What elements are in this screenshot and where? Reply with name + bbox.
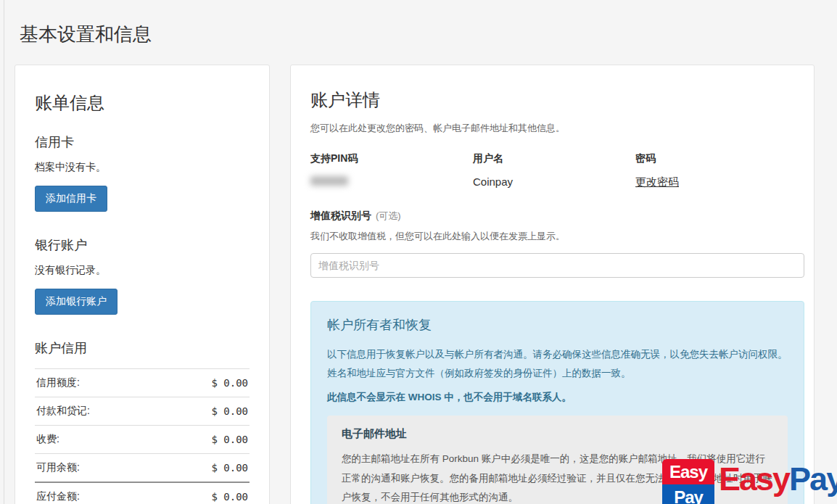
credit-row-label: 收费: <box>35 426 161 454</box>
credit-card-empty-text: 档案中没有卡。 <box>35 161 250 174</box>
add-bank-account-button[interactable]: 添加银行账户 <box>35 289 117 315</box>
credit-card-heading: 信用卡 <box>35 133 250 151</box>
bank-account-section: 银行账户 没有银行记录。 添加银行账户 <box>35 236 250 315</box>
owner-recovery-text: 以下信息用于恢复帐户以及与帐户所有者沟通。请务必确保这些信息准确无误，以免您失去… <box>327 345 788 382</box>
add-credit-card-button[interactable]: 添加信用卡 <box>35 186 107 212</box>
vat-label: 增值税识别号 <box>310 210 371 221</box>
owner-recovery-title: 帐户所有者和恢复 <box>327 316 788 334</box>
vat-description: 我们不收取增值税，但您可以在此处输入以便在发票上显示。 <box>310 230 798 243</box>
easypay-logo: Easy Pay EasyPay <box>662 459 837 504</box>
bank-account-heading: 银行账户 <box>35 236 250 254</box>
bank-empty-text: 没有银行记录。 <box>35 264 250 277</box>
password-field: 密码 更改密码 <box>635 152 798 189</box>
username-value: Coinpay <box>473 175 635 188</box>
account-details-card: 账户详情 您可以在此处更改您的密码、帐户电子邮件地址和其他信息。 支持PIN码 … <box>290 65 815 504</box>
credit-row-value: $ 0.00 <box>161 397 250 426</box>
page-title: 基本设置和信息 <box>0 0 837 65</box>
credit-row-label: 应付金额: <box>35 482 161 504</box>
table-row: 收费: $ 0.00 <box>35 426 250 454</box>
credit-row-label: 付款和贷记: <box>35 397 161 426</box>
credit-row-value: $ 0.00 <box>161 369 250 397</box>
account-details-subtitle: 您可以在此处更改您的密码、帐户电子邮件地址和其他信息。 <box>307 122 798 135</box>
easypay-word-easy: Easy <box>719 460 789 497</box>
account-fields-row: 支持PIN码 用户名 Coinpay 密码 更改密码 <box>307 152 798 189</box>
easypay-word-pay: Pay <box>789 460 837 497</box>
username-label: 用户名 <box>473 152 635 165</box>
easypay-badge-bottom: Pay <box>662 484 714 504</box>
easypay-wordmark: EasyPay <box>719 460 837 498</box>
table-row: 付款和贷记: $ 0.00 <box>35 397 250 426</box>
whois-notice-text: 此信息不会显示在 WHOIS 中，也不会用于域名联系人。 <box>327 391 788 404</box>
account-credit-table: 信用额度: $ 0.00 付款和贷记: $ 0.00 收费: $ 0.00 可用… <box>35 368 250 504</box>
credit-row-value: $ 0.00 <box>161 454 250 483</box>
support-pin-value-redacted <box>310 176 348 186</box>
vat-id-input[interactable] <box>310 253 804 278</box>
credit-row-label: 可用余额: <box>35 454 161 483</box>
username-field: 用户名 Coinpay <box>473 152 635 189</box>
easypay-badge-icon: Easy Pay <box>662 459 714 504</box>
page-left-border <box>4 0 4 504</box>
credit-row-value: $ 0.00 <box>161 482 250 504</box>
change-password-link[interactable]: 更改密码 <box>635 175 679 188</box>
support-pin-label: 支持PIN码 <box>310 152 473 165</box>
billing-title: 账单信息 <box>35 91 250 115</box>
table-row-total: 应付金额: $ 0.00 <box>35 482 250 504</box>
billing-card: 账单信息 信用卡 档案中没有卡。 添加信用卡 银行账户 没有银行记录。 添加银行… <box>15 65 270 504</box>
account-credit-heading: 账户信用 <box>35 339 250 357</box>
credit-card-section: 信用卡 档案中没有卡。 添加信用卡 <box>35 133 250 212</box>
vat-optional-label: (可选) <box>376 210 401 221</box>
password-label: 密码 <box>635 152 798 165</box>
easypay-badge-top: Easy <box>662 459 714 484</box>
credit-row-value: $ 0.00 <box>161 426 250 454</box>
email-box-title: 电子邮件地址 <box>342 427 773 441</box>
table-row: 信用额度: $ 0.00 <box>35 369 250 397</box>
credit-row-label: 信用额度: <box>35 369 161 397</box>
support-pin-field: 支持PIN码 <box>310 152 473 189</box>
account-details-title: 账户详情 <box>307 88 798 112</box>
table-row: 可用余额: $ 0.00 <box>35 454 250 483</box>
account-credit-section: 账户信用 信用额度: $ 0.00 付款和贷记: $ 0.00 收费: $ 0.… <box>35 339 250 504</box>
content-area: 账单信息 信用卡 档案中没有卡。 添加信用卡 银行账户 没有银行记录。 添加银行… <box>0 65 837 504</box>
vat-section: 增值税识别号(可选) 我们不收取增值税，但您可以在此处输入以便在发票上显示。 <box>307 210 798 278</box>
